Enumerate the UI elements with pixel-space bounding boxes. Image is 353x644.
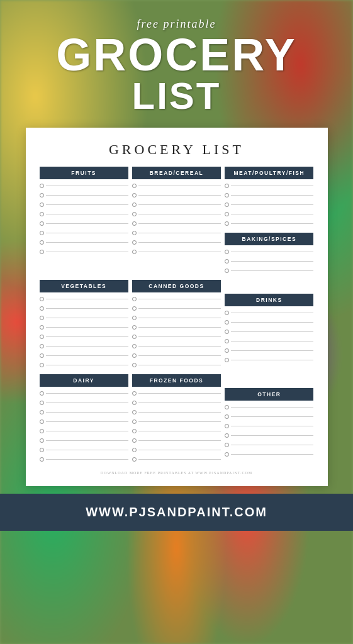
line-item [132,304,221,313]
checkbox-circle [225,259,229,264]
checkbox-circle [225,330,229,334]
bread-cereal-header: BREAD/CEREAL [132,167,221,179]
line [231,214,313,214]
checkbox-circle [132,335,137,339]
line-item [132,360,221,369]
line [46,195,128,196]
line-item [40,191,128,199]
line-item [132,238,221,247]
checkbox-circle [132,250,137,254]
line-item [132,436,221,445]
line [46,214,128,214]
line [46,346,128,347]
line-item [225,318,313,326]
checkbox-circle [40,297,44,301]
line-item [225,412,313,421]
baking-lines [225,247,313,275]
line [46,299,128,299]
checkbox-circle [225,212,229,216]
line [231,407,313,408]
line-item [132,200,221,209]
line [231,331,313,332]
checkbox-circle [40,325,44,330]
line-item [132,294,221,303]
right-col-1: MEAT/POULTRY/FISH BAKING/SPICES [225,167,313,275]
line [138,450,221,450]
checkbox-circle [225,320,229,325]
line [231,341,313,341]
line [46,242,128,243]
line [138,214,221,214]
line-item [132,219,221,228]
line [138,204,221,205]
checkbox-circle [132,316,137,320]
line-item [225,346,313,355]
row-3: DAIRY FROZEN FOODS [40,374,314,464]
line-item [225,440,313,449]
line [138,412,221,413]
checkbox-circle [40,419,44,424]
line [46,450,128,450]
line [138,223,221,224]
line-item [132,323,221,331]
line-item [225,266,313,275]
checkbox-circle [40,410,44,414]
line-item [132,351,221,360]
checkbox-circle [40,335,44,339]
checkbox-circle [40,306,44,311]
baking-header: BAKING/SPICES [225,233,313,245]
checkbox-circle [132,325,137,330]
checkbox-circle [225,221,229,226]
line [231,195,313,196]
other-section: OTHER [225,388,313,458]
vegetables-section: VEGETABLES [40,280,128,369]
dairy-section: DAIRY [40,374,128,464]
line [231,186,313,186]
checkbox-circle [40,193,44,197]
title-grocery: GROCERY [56,32,296,77]
line [231,426,313,426]
line [231,313,313,313]
checkbox-circle [40,438,44,443]
checkbox-circle [132,203,137,207]
checkbox-circle [40,363,44,367]
checkbox-circle [132,240,137,245]
line [138,402,221,403]
line-item [225,431,313,440]
checkbox-circle [132,306,137,311]
checkbox-circle [132,221,137,226]
checkbox-circle [225,269,229,273]
line [138,318,221,318]
line [138,195,221,196]
line-item [40,294,128,303]
canned-goods-lines [132,294,221,369]
line-item [225,421,313,430]
line-item [40,228,128,237]
line [231,350,313,351]
checkbox-circle [40,429,44,433]
drinks-section: DRINKS [225,294,313,364]
subtitle: free printable [56,18,296,31]
line [46,336,128,337]
line-item [132,455,221,464]
line-item [40,238,128,247]
checkbox-circle [225,311,229,315]
line [138,242,221,243]
meat-section: MEAT/POULTRY/FISH [225,167,313,228]
line-item [132,426,221,435]
checkbox-circle [132,184,137,188]
checkbox-circle [40,344,44,348]
line-item [225,219,313,228]
line-item [225,450,313,458]
checkbox-circle [132,401,137,405]
checkbox-circle [40,316,44,320]
line [231,416,313,417]
vegetables-header: VEGETABLES [40,280,128,292]
line [46,421,128,422]
line [46,412,128,413]
line [138,186,221,186]
line [138,431,221,431]
line [46,431,128,431]
vegetables-lines [40,294,128,369]
dairy-lines [40,389,128,464]
